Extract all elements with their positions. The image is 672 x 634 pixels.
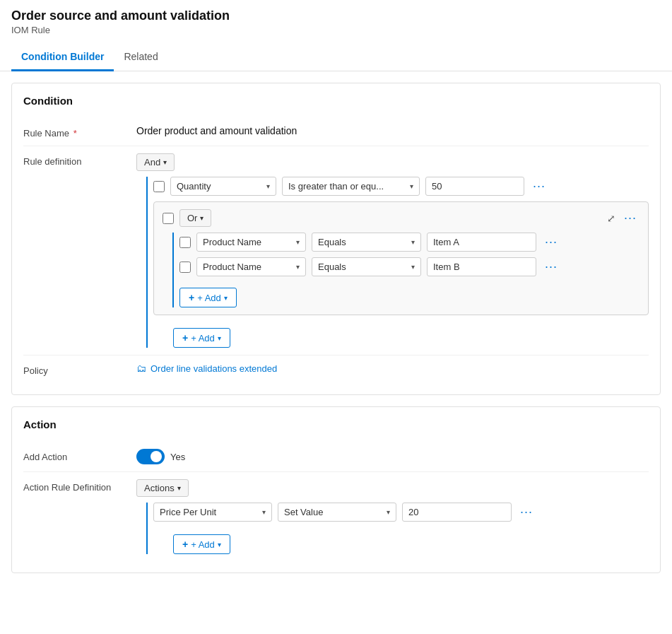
product-equals-2-dropdown[interactable]: Equals ▾	[312, 257, 421, 276]
quantity-chevron-icon: ▾	[266, 182, 270, 190]
toggle-wrapper: Yes	[136, 449, 649, 464]
action-add-area: + + Add ▾	[173, 529, 649, 554]
quantity-checkbox[interactable]	[153, 181, 165, 192]
or-add-button[interactable]: + + Add ▾	[179, 288, 237, 307]
add-action-label: Add Action	[23, 449, 136, 462]
rule-name-label: Rule Name *	[23, 125, 136, 139]
product-name-1-chevron-icon: ▾	[296, 238, 300, 246]
product-equals-2-chevron-icon: ▾	[411, 263, 415, 271]
quantity-condition-row: Quantity ▾ Is greater than or equ... ▾ 5…	[153, 177, 649, 196]
action-row-more-button[interactable]: ···	[517, 505, 536, 519]
action-rule-definition-row: Action Rule Definition Actions ▾ Price P…	[23, 472, 649, 561]
policy-link[interactable]: 🗂 Order line validations extended	[136, 363, 649, 374]
page-subtitle: IOM Rule	[11, 25, 661, 35]
condition-add-button[interactable]: + + Add ▾	[173, 328, 230, 348]
page-header: Order source and amount validation IOM R…	[0, 0, 672, 71]
quantity-operator-dropdown[interactable]: Is greater than or equ... ▾	[282, 177, 420, 196]
add-action-toggle[interactable]	[136, 449, 165, 464]
or-inner-rows: Product Name ▾ Equals ▾ Item A ···	[172, 233, 639, 307]
and-chevron-icon: ▾	[163, 158, 167, 166]
quantity-field-dropdown[interactable]: Quantity ▾	[170, 177, 276, 196]
rule-definition-row: Rule definition And ▾ Quantity ▾	[23, 146, 649, 356]
action-section-title: Action	[23, 418, 649, 430]
action-value-input[interactable]: 20	[402, 503, 512, 522]
actions-button[interactable]: Actions ▾	[136, 479, 189, 497]
action-add-chevron-icon: ▾	[218, 541, 221, 548]
action-add-button[interactable]: + + Add ▾	[173, 534, 230, 554]
product-name-1-dropdown[interactable]: Product Name ▾	[196, 233, 306, 252]
product-value-1-input[interactable]: Item A	[427, 233, 536, 252]
set-value-chevron-icon: ▾	[387, 508, 390, 516]
condition-left-border: Quantity ▾ Is greater than or equ... ▾ 5…	[146, 177, 649, 348]
product-row-1-more-button[interactable]: ···	[542, 235, 560, 250]
product-name-2-checkbox[interactable]	[179, 262, 191, 273]
product-equals-1-chevron-icon: ▾	[411, 238, 415, 246]
action-add-plus-icon: +	[182, 539, 188, 550]
rule-name-value: Order product and amount validation	[136, 125, 649, 136]
or-group-actions: ⤢ ···	[607, 211, 639, 225]
add-action-value: Yes	[136, 449, 649, 464]
product-name-2-chevron-icon: ▾	[296, 263, 300, 271]
price-per-unit-row: Price Per Unit ▾ Set Value ▾ 20 ···	[153, 503, 649, 522]
set-value-dropdown[interactable]: Set Value ▾	[278, 503, 396, 522]
product-name-row-2: Product Name ▾ Equals ▾ Item B ···	[179, 257, 639, 276]
quantity-value-input[interactable]: 50	[425, 177, 524, 196]
action-rule-def-value: Actions ▾ Price Per Unit ▾ Set Value ▾	[136, 479, 649, 554]
required-star: *	[71, 128, 77, 139]
toggle-yes-label: Yes	[170, 452, 185, 462]
action-rule-def-label: Action Rule Definition	[23, 479, 136, 493]
quantity-op-chevron-icon: ▾	[410, 182, 413, 190]
condition-section-title: Condition	[23, 95, 649, 107]
or-group-header-left: Or ▾	[163, 209, 211, 227]
condition-section: Condition Rule Name * Order product and …	[11, 83, 661, 395]
or-group-header: Or ▾ ⤢ ···	[163, 209, 639, 227]
product-equals-1-dropdown[interactable]: Equals ▾	[312, 233, 421, 252]
rule-definition-value: And ▾ Quantity ▾ Is greater than or equ.…	[136, 153, 649, 348]
policy-value: 🗂 Order line validations extended	[136, 363, 649, 374]
policy-label: Policy	[23, 363, 136, 376]
action-rule-area: Price Per Unit ▾ Set Value ▾ 20 ··· +	[136, 503, 649, 554]
action-section: Action Add Action Yes Action Rule Defini…	[11, 406, 661, 573]
quantity-more-button[interactable]: ···	[530, 179, 548, 194]
product-row-2-more-button[interactable]: ···	[542, 259, 560, 274]
rule-name-row: Rule Name * Order product and amount val…	[23, 118, 649, 146]
product-name-2-dropdown[interactable]: Product Name ▾	[196, 257, 306, 276]
or-group-checkbox[interactable]	[163, 213, 174, 224]
product-name-row-1: Product Name ▾ Equals ▾ Item A ···	[179, 233, 639, 252]
page-title: Order source and amount validation	[11, 8, 661, 23]
or-collapse-button[interactable]: ⤢	[607, 213, 615, 224]
product-name-1-checkbox[interactable]	[179, 237, 191, 248]
outer-add-area: + + Add ▾	[173, 322, 649, 348]
actions-chevron-icon: ▾	[177, 484, 181, 492]
policy-row: Policy 🗂 Order line validations extended	[23, 356, 649, 383]
or-add-chevron-icon: ▾	[224, 294, 228, 302]
tab-bar: Condition Builder Related	[0, 44, 672, 71]
price-per-unit-dropdown[interactable]: Price Per Unit ▾	[153, 503, 272, 522]
tab-related[interactable]: Related	[114, 44, 167, 71]
or-more-button[interactable]: ···	[621, 211, 639, 225]
condition-add-chevron-icon: ▾	[218, 334, 221, 342]
condition-add-plus-icon: +	[182, 332, 188, 344]
policy-icon: 🗂	[136, 363, 146, 374]
or-button[interactable]: Or ▾	[179, 209, 211, 227]
add-action-row: Add Action Yes	[23, 442, 649, 472]
and-button[interactable]: And ▾	[136, 153, 175, 171]
rule-definition-label: Rule definition	[23, 153, 136, 167]
action-left-border: Price Per Unit ▾ Set Value ▾ 20 ··· +	[146, 503, 649, 554]
price-per-unit-chevron-icon: ▾	[262, 508, 266, 516]
condition-outer: Quantity ▾ Is greater than or equ... ▾ 5…	[136, 177, 649, 348]
or-group: Or ▾ ⤢ ···	[153, 201, 649, 315]
or-chevron-icon: ▾	[200, 214, 204, 222]
toggle-slider	[136, 449, 165, 464]
or-add-plus-icon: +	[189, 292, 194, 303]
tab-condition-builder[interactable]: Condition Builder	[11, 44, 114, 71]
product-value-2-input[interactable]: Item B	[427, 257, 536, 276]
